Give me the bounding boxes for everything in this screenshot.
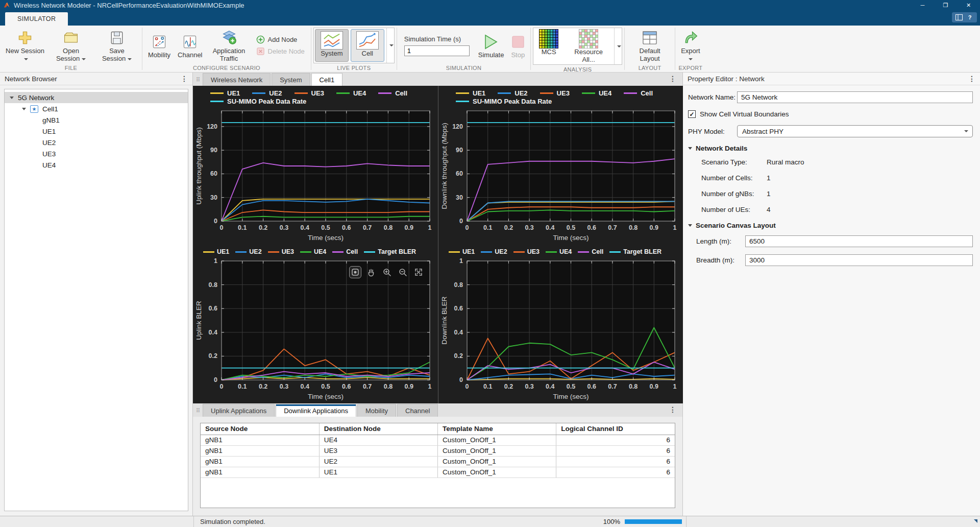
system-plot-button[interactable]: System xyxy=(315,29,349,62)
dropdown-arrow-icon xyxy=(617,45,621,47)
column-header-destination-node[interactable]: Destination Node xyxy=(319,423,437,435)
grip-icon[interactable]: ⠿ xyxy=(196,408,200,414)
tree-item-gnb1[interactable]: gNB1 xyxy=(5,114,188,126)
mobility-button[interactable]: Mobility xyxy=(144,31,174,60)
export-button[interactable]: Export xyxy=(677,27,704,63)
stop-button[interactable]: Stop xyxy=(507,31,528,60)
grip-icon[interactable]: ⠿ xyxy=(196,77,200,83)
applications-tab-strip: ⠿ Uplink ApplicationsDownlink Applicatio… xyxy=(193,403,682,417)
svg-text:0.1: 0.1 xyxy=(483,383,492,390)
pan-icon[interactable] xyxy=(365,266,377,278)
svg-text:0: 0 xyxy=(214,376,217,384)
table-row[interactable]: gNB1UE3Custom_OnOff_16 xyxy=(201,445,675,456)
table-cell: 6 xyxy=(556,445,675,456)
tab-uplink-applications[interactable]: Uplink Applications xyxy=(203,404,275,417)
legend-swatch xyxy=(582,92,595,94)
close-icon[interactable]: ✕ xyxy=(957,0,980,10)
length-label: Length (m): xyxy=(696,237,745,245)
simulation-time-input[interactable] xyxy=(404,45,470,56)
phy-model-select[interactable]: Abstract PHY xyxy=(737,125,973,137)
new-session-button[interactable]: New Session xyxy=(2,27,48,63)
expander-icon[interactable] xyxy=(10,97,14,99)
table-row[interactable]: gNB1UE1Custom_OnOff_16 xyxy=(201,467,675,477)
tab-cell1[interactable]: Cell1 xyxy=(311,73,343,86)
property-editor-panel: Property Editor : Network ⋮ Network Name… xyxy=(683,73,980,516)
scenario-canvas-section[interactable]: Scenario Canvas Layout xyxy=(688,222,973,229)
cell-plot-button[interactable]: Cell xyxy=(351,29,384,62)
show-boundaries-checkbox[interactable]: ✓ xyxy=(688,110,696,118)
tab-channel[interactable]: Channel xyxy=(397,404,438,417)
tree-item-ue2[interactable]: UE2 xyxy=(5,137,188,148)
simulate-button[interactable]: Simulate xyxy=(475,31,508,60)
resize-grip-icon[interactable] xyxy=(974,519,977,523)
help-icon[interactable]: ? xyxy=(965,13,974,21)
overflow-menu-icon[interactable]: ⋮ xyxy=(968,75,975,82)
channel-button[interactable]: Channel xyxy=(174,31,206,60)
maximize-icon[interactable]: ❐ xyxy=(934,0,957,10)
stop-label: Stop xyxy=(511,52,525,59)
table-cell: UE3 xyxy=(319,445,437,456)
detail-value: 1 xyxy=(767,190,771,198)
tree-item-ue3[interactable]: UE3 xyxy=(5,148,188,159)
tab-wireless-network[interactable]: Wireless Network xyxy=(203,73,271,86)
zoom-in-icon[interactable] xyxy=(381,266,393,278)
mcs-button[interactable]: MCS xyxy=(533,28,564,64)
layout-toggle-icon[interactable] xyxy=(954,13,964,21)
tree-item-ue4[interactable]: UE4 xyxy=(5,159,188,171)
legend-label: UE3 xyxy=(527,248,540,255)
tab-downlink-applications[interactable]: Downlink Applications xyxy=(276,404,356,417)
default-layout-button[interactable]: Default Layout xyxy=(627,27,673,63)
analysis-dropdown-button[interactable] xyxy=(614,28,622,64)
fit-view-icon[interactable] xyxy=(412,266,425,278)
legend-label: UE2 xyxy=(249,248,261,255)
restore-view-icon[interactable] xyxy=(349,266,361,278)
minimize-icon[interactable]: ─ xyxy=(911,0,934,10)
legend-label: UE4 xyxy=(353,89,366,97)
column-header-source-node[interactable]: Source Node xyxy=(201,423,319,435)
tree-item-ue1[interactable]: UE1 xyxy=(5,126,188,137)
network-browser-panel: Network Browser ⋮ 5G Network★Cell1gNB1UE… xyxy=(0,73,193,516)
legend-label: UE1 xyxy=(462,248,475,255)
ribbon-group-file: New Session Open Session Save Session FI… xyxy=(0,26,142,72)
simulate-icon xyxy=(484,32,498,52)
table-row[interactable]: gNB1UE4Custom_OnOff_16 xyxy=(201,435,675,445)
group-label-simulation: SIMULATION xyxy=(399,64,528,72)
tab-system[interactable]: System xyxy=(272,73,310,86)
applications-table: Source NodeDestination NodeTemplate Name… xyxy=(201,423,675,478)
resource-allocation-button[interactable]: Resource All... xyxy=(564,28,613,64)
save-session-button[interactable]: Save Session xyxy=(94,27,140,63)
open-session-button[interactable]: Open Session xyxy=(48,27,94,63)
tree-item-5g-network[interactable]: 5G Network xyxy=(5,92,188,103)
overflow-menu-icon[interactable]: ⋮ xyxy=(669,406,676,413)
svg-text:0: 0 xyxy=(465,224,469,231)
tab-simulator[interactable]: SIMULATOR xyxy=(5,12,68,26)
tab-mobility[interactable]: Mobility xyxy=(357,404,396,417)
delete-node-button[interactable]: Delete Node xyxy=(256,47,305,56)
column-header-template-name[interactable]: Template Name xyxy=(438,423,556,435)
add-node-button[interactable]: Add Node xyxy=(256,35,305,44)
expander-icon[interactable] xyxy=(22,108,26,110)
legend-swatch xyxy=(624,92,637,94)
window-controls: ─ ❐ ✕ xyxy=(911,0,980,10)
legend-swatch xyxy=(268,251,279,253)
dropdown-arrow-icon xyxy=(964,130,968,132)
breadth-input[interactable] xyxy=(745,254,973,266)
table-row[interactable]: gNB1UE2Custom_OnOff_16 xyxy=(201,456,675,467)
zoom-out-icon[interactable] xyxy=(397,266,409,278)
application-traffic-button[interactable]: Application Traffic xyxy=(206,27,252,63)
legend-su-mimo-peak-data-rate: SU-MIMO Peak Data Rate xyxy=(456,98,552,105)
column-header-logical-channel-id[interactable]: Logical Channel ID xyxy=(556,423,675,435)
svg-text:0: 0 xyxy=(220,383,224,390)
live-plots-dropdown-button[interactable] xyxy=(386,28,394,63)
length-input[interactable] xyxy=(745,235,973,247)
overflow-menu-icon[interactable]: ⋮ xyxy=(669,75,676,82)
axes-toolbar xyxy=(349,266,425,278)
analysis-gallery: MCS Resource All... xyxy=(533,28,622,65)
network-details-section[interactable]: Network Details xyxy=(688,145,973,152)
network-name-input[interactable] xyxy=(737,91,973,103)
open-session-icon xyxy=(62,28,80,47)
svg-text:0.5: 0.5 xyxy=(321,383,330,390)
new-session-label: New Session xyxy=(6,47,44,55)
overflow-menu-icon[interactable]: ⋮ xyxy=(181,75,188,82)
tree-item-cell1[interactable]: ★Cell1 xyxy=(5,103,188,114)
